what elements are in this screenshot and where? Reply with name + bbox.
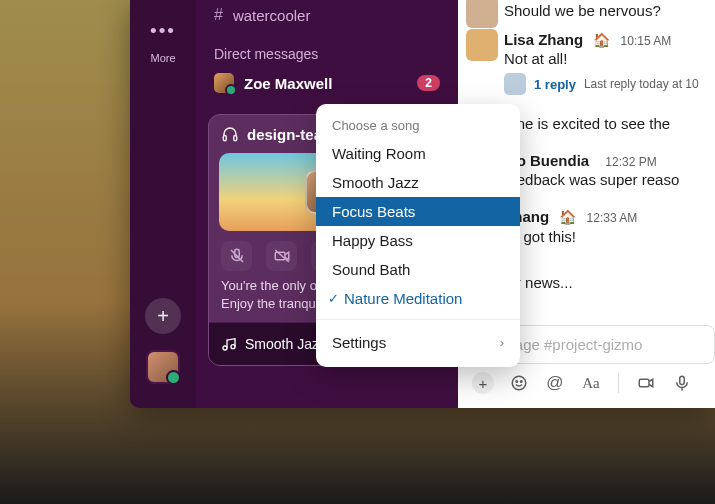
dm-name: Zoe Maxwell xyxy=(244,75,332,92)
song-option[interactable]: Focus Beats xyxy=(316,197,520,226)
toolbar-divider xyxy=(618,373,619,393)
video-clip-button[interactable] xyxy=(635,372,657,394)
mute-button[interactable] xyxy=(221,241,252,271)
song-option[interactable]: Smooth Jazz xyxy=(316,168,520,197)
dm-section-header[interactable]: Direct messages xyxy=(206,30,448,68)
timestamp: 10:15 AM xyxy=(621,34,672,48)
check-icon: ✓ xyxy=(328,291,342,306)
formatting-button[interactable]: Aa xyxy=(580,372,602,394)
song-dropdown: Choose a song Waiting Room Smooth Jazz F… xyxy=(316,104,520,367)
song-option[interactable]: Waiting Room xyxy=(316,139,520,168)
message[interactable]: Should we be nervous? xyxy=(458,2,715,25)
avatar xyxy=(466,29,498,61)
message-body: Not at all! xyxy=(504,50,703,67)
song-option[interactable]: ✓Nature Meditation xyxy=(316,284,520,313)
avatar xyxy=(466,0,498,28)
self-avatar[interactable] xyxy=(146,350,180,384)
headphones-icon xyxy=(221,125,239,143)
timestamp: 12:33 AM xyxy=(587,211,638,225)
song-option[interactable]: Sound Bath xyxy=(316,255,520,284)
svg-rect-1 xyxy=(234,136,237,141)
svg-rect-20 xyxy=(680,376,685,384)
house-status-icon: 🏠 xyxy=(593,32,610,48)
unread-badge: 2 xyxy=(417,75,440,91)
camera-button[interactable] xyxy=(266,241,297,271)
thread-summary[interactable]: 1 reply Last reply today at 10 xyxy=(504,73,703,95)
avatar xyxy=(214,73,234,93)
settings-label: Settings xyxy=(332,334,386,351)
channel-watercooler[interactable]: # watercooler xyxy=(206,0,448,30)
song-option[interactable]: Happy Bass xyxy=(316,226,520,255)
chevron-right-icon: › xyxy=(500,335,504,350)
sender-name: Lisa Zhang xyxy=(504,31,583,48)
house-status-icon: 🏠 xyxy=(559,209,576,225)
avatar xyxy=(504,73,526,95)
reply-meta: Last reply today at 10 xyxy=(584,77,699,91)
timestamp: 12:32 PM xyxy=(605,155,656,169)
music-icon xyxy=(221,336,237,352)
reply-count: 1 reply xyxy=(534,77,576,92)
message[interactable]: Lisa Zhang 🏠 10:15 AM Not at all! 1 repl… xyxy=(458,25,715,101)
dropdown-title: Choose a song xyxy=(316,112,520,139)
hash-icon: # xyxy=(214,6,223,24)
more-icon[interactable]: ••• xyxy=(150,20,176,42)
svg-rect-19 xyxy=(639,379,649,387)
current-song[interactable]: Smooth Jazz xyxy=(245,336,326,352)
more-label: More xyxy=(150,52,175,64)
message-body: Should we be nervous? xyxy=(504,2,703,19)
svg-point-18 xyxy=(521,381,523,383)
dm-zoe[interactable]: Zoe Maxwell 2 xyxy=(206,68,448,98)
attach-button[interactable]: + xyxy=(472,372,494,394)
workspace-rail: ••• More + xyxy=(130,0,196,408)
composer-toolbar: + @ Aa xyxy=(466,364,715,394)
dropdown-separator xyxy=(316,319,520,320)
svg-point-17 xyxy=(516,381,518,383)
channel-name: watercooler xyxy=(233,7,311,24)
emoji-button[interactable] xyxy=(508,372,530,394)
svg-rect-0 xyxy=(223,136,226,141)
audio-clip-button[interactable] xyxy=(671,372,693,394)
add-workspace-button[interactable]: + xyxy=(145,298,181,334)
dropdown-settings[interactable]: Settings › xyxy=(316,326,520,359)
mention-button[interactable]: @ xyxy=(544,372,566,394)
svg-point-16 xyxy=(512,376,526,390)
